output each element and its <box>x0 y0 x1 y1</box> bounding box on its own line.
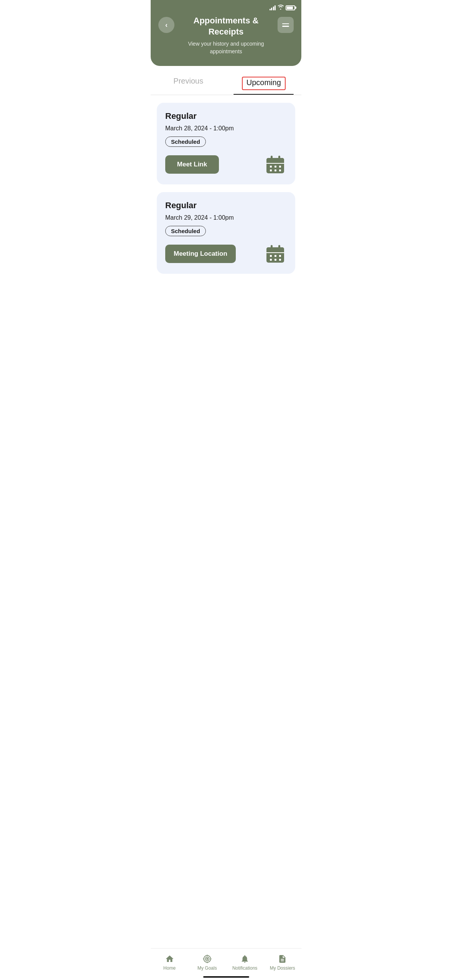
svg-rect-16 <box>270 255 272 257</box>
svg-rect-10 <box>271 156 273 160</box>
appointment-type-2: Regular <box>165 201 287 210</box>
svg-rect-19 <box>270 259 272 261</box>
page-title: Appointments &Receipts <box>178 15 274 37</box>
svg-rect-4 <box>270 166 272 168</box>
calendar-icon-1 <box>264 153 287 176</box>
appointments-list: Regular March 28, 2024 - 1:00pm Schedule… <box>151 95 301 281</box>
svg-rect-7 <box>270 169 272 171</box>
card-bottom-row-2: Meeting Location <box>165 242 287 265</box>
svg-rect-11 <box>278 156 280 160</box>
tab-previous[interactable]: Previous <box>151 74 226 95</box>
meet-link-button[interactable]: Meet Link <box>165 155 219 174</box>
svg-rect-22 <box>271 245 273 250</box>
svg-rect-14 <box>266 250 284 253</box>
svg-rect-6 <box>279 166 281 168</box>
signal-icon <box>270 5 276 10</box>
status-icons <box>270 5 296 11</box>
wifi-icon <box>278 5 284 11</box>
svg-rect-20 <box>274 259 276 261</box>
svg-rect-17 <box>274 255 276 257</box>
svg-rect-9 <box>279 169 281 171</box>
appointment-card-2: Regular March 29, 2024 - 1:00pm Schedule… <box>157 192 295 274</box>
calendar-icon-2 <box>264 242 287 265</box>
appointment-date-2: March 29, 2024 - 1:00pm <box>165 214 287 221</box>
appointment-date-1: March 28, 2024 - 1:00pm <box>165 125 287 132</box>
svg-rect-18 <box>279 255 281 257</box>
appointment-type-1: Regular <box>165 111 287 121</box>
header: ‹ Appointments &Receipts View your histo… <box>151 12 301 66</box>
back-arrow-icon: ‹ <box>165 21 168 28</box>
svg-rect-23 <box>278 245 280 250</box>
menu-icon <box>282 23 289 27</box>
svg-rect-2 <box>266 160 284 163</box>
tab-upcoming-label: Upcoming <box>242 77 286 90</box>
svg-rect-8 <box>274 169 276 171</box>
meeting-location-button[interactable]: Meeting Location <box>165 245 236 263</box>
tabs-container: Previous Upcoming <box>151 66 301 95</box>
card-bottom-row-1: Meet Link <box>165 153 287 176</box>
svg-rect-5 <box>274 166 276 168</box>
battery-icon <box>286 5 295 10</box>
status-badge-1: Scheduled <box>165 136 206 147</box>
status-bar <box>151 0 301 12</box>
back-button[interactable]: ‹ <box>158 17 174 33</box>
tab-upcoming[interactable]: Upcoming <box>226 74 302 95</box>
menu-button[interactable] <box>278 17 294 33</box>
svg-rect-21 <box>279 259 281 261</box>
status-badge-2: Scheduled <box>165 226 206 236</box>
page-subtitle: View your history and upcoming appointme… <box>178 40 274 55</box>
header-center: Appointments &Receipts View your history… <box>174 15 278 55</box>
appointment-card-1: Regular March 28, 2024 - 1:00pm Schedule… <box>157 103 295 184</box>
